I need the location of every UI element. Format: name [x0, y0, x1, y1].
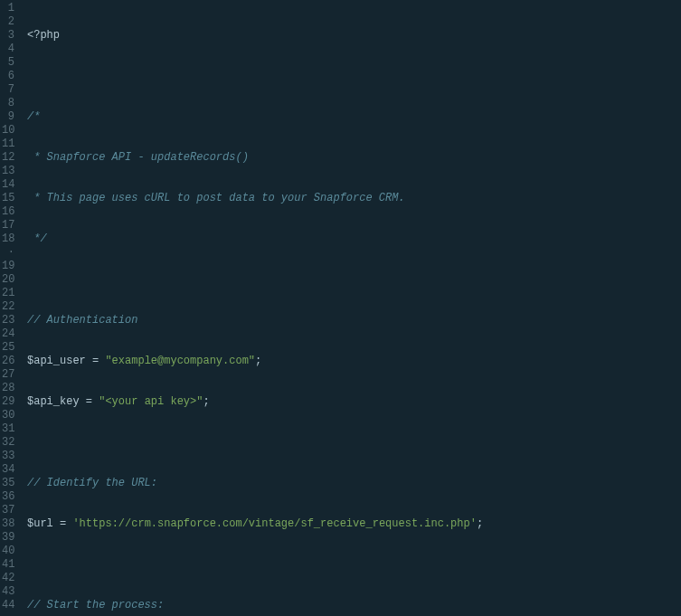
code-line[interactable]: $url = 'https://crm.snapforce.com/vintag…: [27, 517, 681, 531]
code-line[interactable]: $api_key = "<your api key>";: [27, 395, 681, 409]
code-line[interactable]: // Identify the URL:: [27, 477, 681, 490]
code-line[interactable]: /*: [27, 110, 681, 124]
code-line[interactable]: $api_user = "example@mycompany.com";: [27, 355, 681, 368]
line-number-gutter: 1 2 3 4 5 6 7 8 9 10 11 12 13 14 15 16 1…: [0, 0, 20, 616]
code-line[interactable]: [27, 558, 681, 572]
code-line[interactable]: <?php: [27, 29, 681, 43]
code-line[interactable]: */: [27, 232, 681, 246]
code-line[interactable]: * This page uses cURL to post data to yo…: [27, 192, 681, 205]
code-line[interactable]: // Start the process:: [27, 599, 681, 612]
code-line[interactable]: [27, 273, 681, 287]
code-editor[interactable]: 1 2 3 4 5 6 7 8 9 10 11 12 13 14 15 16 1…: [0, 0, 681, 616]
code-line[interactable]: [27, 70, 681, 83]
code-line[interactable]: [27, 436, 681, 450]
code-line[interactable]: // Authentication: [27, 314, 681, 327]
code-area[interactable]: <?php /* * Snapforce API - updateRecords…: [20, 0, 681, 616]
code-line[interactable]: * Snapforce API - updateRecords(): [27, 151, 681, 165]
